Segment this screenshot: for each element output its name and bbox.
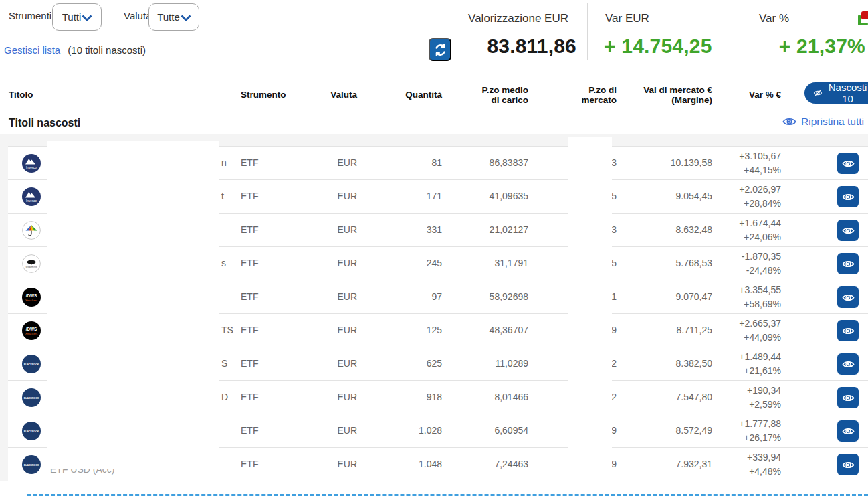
strumento-value: ETF — [241, 459, 258, 469]
strumento-value: ETF — [241, 358, 258, 369]
var-eur-row-value: +1.777,88 — [739, 417, 781, 431]
eye-icon — [842, 392, 855, 404]
var-eur-row-value: +339,94 — [747, 450, 781, 465]
pzo-mercato-partial-value: 9 — [611, 459, 617, 469]
hidden-count-info: (10 titoli nascosti) — [68, 44, 146, 56]
quantita-value: 125 — [427, 325, 442, 335]
val-mercato-value: 7.547,80 — [676, 392, 713, 402]
portfolio-chart-icon[interactable] — [858, 11, 868, 29]
val-mercato-value: 9.070,47 — [676, 291, 713, 302]
strumenti-dropdown[interactable]: Tutti — [52, 3, 102, 31]
var-pct-row-value: +24,06% — [739, 230, 781, 244]
strumento-value: ETF — [241, 325, 258, 335]
valuta-value: EUR — [337, 224, 357, 235]
val-mercato-value: 5.768,53 — [676, 258, 713, 268]
summary-divider — [587, 3, 588, 60]
val-mercato-value: 8.382,50 — [676, 358, 713, 369]
refresh-button[interactable] — [429, 38, 451, 61]
svg-text:WisdomTree: WisdomTree — [26, 266, 37, 268]
valuta-dropdown[interactable]: Tutte — [148, 3, 199, 31]
title-redaction-overlay — [47, 141, 219, 469]
title-partial-text: s — [221, 258, 226, 268]
show-title-button[interactable] — [837, 420, 859, 442]
quantita-value: 331 — [427, 224, 442, 235]
show-title-button[interactable] — [837, 353, 859, 375]
table-header: Titolo Strumento Valuta Quantità P.zo me… — [0, 75, 868, 112]
show-title-button[interactable] — [837, 220, 859, 241]
pzo-mercato-partial-value: 3 — [611, 224, 617, 235]
valuta-label: Valuta — [124, 10, 151, 21]
var-values: +190,34+2,59% — [747, 384, 781, 412]
blackrock-logo: BLACKROCK — [22, 422, 41, 440]
refresh-icon — [433, 43, 447, 57]
var-values: +339,94+4,48% — [747, 450, 781, 479]
section-title: Titoli nascosti — [9, 117, 80, 129]
svg-text:/DWS: /DWS — [26, 293, 37, 298]
svg-text:Invesco: Invesco — [26, 166, 37, 169]
var-values: +2.026,97+28,84% — [739, 183, 781, 211]
show-title-button[interactable] — [837, 253, 859, 274]
eye-icon — [842, 459, 855, 471]
show-title-button[interactable] — [837, 186, 859, 207]
var-pct-row-value: +2,59% — [747, 398, 781, 412]
var-pct-label: Var % — [759, 12, 789, 25]
show-title-button[interactable] — [837, 320, 859, 341]
title-partial-text: n — [221, 157, 227, 168]
summary-divider — [740, 3, 740, 60]
quantita-value: 171 — [427, 191, 442, 201]
pzo-mercato-partial-value: 3 — [611, 157, 617, 168]
col-var-pct-eur: Var % € — [701, 90, 781, 100]
bottom-dashed-divider — [27, 494, 868, 496]
eye-icon — [842, 291, 855, 304]
valuta-value: EUR — [337, 258, 357, 268]
var-pct-row-value: +4,48% — [747, 465, 781, 479]
strumento-value: ETF — [241, 425, 258, 436]
valuta-value: EUR — [337, 459, 357, 469]
svg-text:/DWS: /DWS — [26, 327, 37, 331]
var-eur-row-value: +2.665,37 — [739, 317, 781, 331]
col-quantita: Quantità — [362, 90, 442, 100]
nascosti-button[interactable]: Nascosti 10 — [804, 82, 868, 104]
show-title-button[interactable] — [837, 387, 859, 408]
pzo-mercato-partial-value: 9 — [611, 425, 617, 436]
var-values: +1.489,44+21,61% — [739, 350, 781, 378]
chart-icon-green-bar — [858, 23, 868, 25]
show-title-button[interactable] — [837, 454, 859, 475]
valuta-value: EUR — [337, 325, 357, 335]
strumento-value: ETF — [241, 224, 258, 235]
price-redaction-overlay — [568, 137, 612, 485]
pzo-medio-value: 48,36707 — [490, 325, 528, 335]
blackrock-logo: BLACKROCK — [22, 355, 41, 373]
var-values: -1.870,35-24,48% — [742, 250, 781, 278]
valorizzazione-value: 83.811,86 — [461, 35, 576, 58]
eye-icon — [842, 325, 855, 337]
svg-text:Invesco: Invesco — [26, 199, 37, 203]
pzo-medio-value: 41,09635 — [490, 191, 528, 201]
var-eur-row-value: +3.354,55 — [739, 283, 781, 297]
eye-icon — [842, 358, 855, 371]
eye-icon — [842, 425, 855, 438]
eye-icon — [842, 157, 855, 170]
title-partial-text: S — [221, 358, 227, 369]
show-title-button[interactable] — [837, 286, 859, 308]
strumento-value: ETF — [241, 392, 258, 402]
pzo-medio-value: 7,24463 — [494, 459, 528, 469]
col-valuta: Valuta — [277, 90, 357, 100]
gestisci-lista-link[interactable]: Gestisci lista — [4, 44, 60, 56]
var-eur-row-value: -1.870,35 — [742, 250, 781, 264]
var-pct-value: + 21,37% — [745, 35, 865, 58]
var-pct-row-value: +58,69% — [739, 297, 781, 311]
pzo-medio-value: 86,83837 — [490, 157, 528, 168]
var-eur-row-value: +1.489,44 — [739, 350, 781, 364]
portfolio-page: Strumenti Tutti Valuta Tutte Gestisci li… — [0, 0, 868, 500]
eye-off-icon — [813, 87, 823, 99]
ripristina-tutti-link[interactable]: Ripristina tutti — [782, 116, 864, 128]
var-pct-row-value: +26,17% — [739, 431, 781, 445]
pzo-mercato-partial-value: 2 — [611, 358, 617, 369]
var-eur-row-value: +1.674,44 — [739, 216, 781, 230]
blackrock-logo: BLACKROCK — [22, 388, 41, 407]
show-title-button[interactable] — [837, 153, 859, 174]
quantita-value: 81 — [431, 157, 442, 168]
var-values: +3.354,55+58,69% — [739, 283, 781, 311]
valorizzazione-label: Valorizzazione EUR — [401, 12, 568, 25]
